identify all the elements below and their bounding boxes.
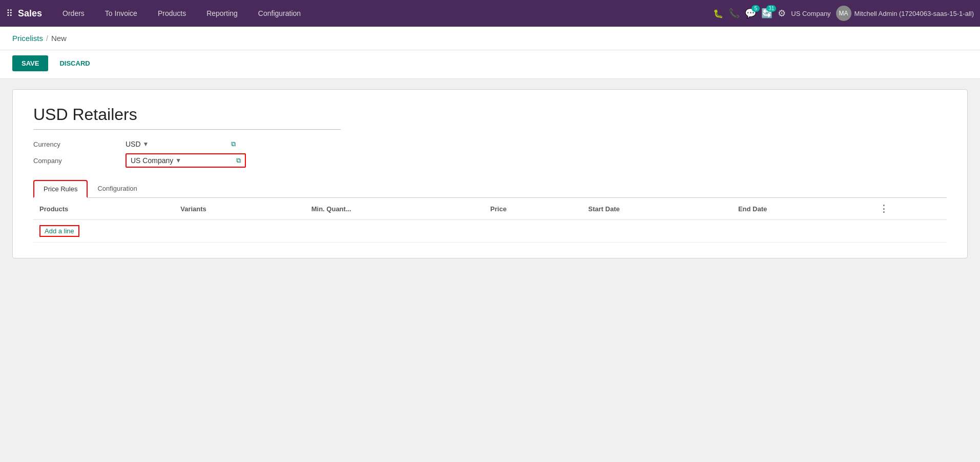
company-label: Company: [33, 157, 126, 165]
add-line-cell: Add a line: [33, 220, 947, 243]
brand-label[interactable]: Sales: [18, 8, 42, 19]
company-external-link[interactable]: ⧉: [236, 156, 241, 165]
topnav-menu: Orders To Invoice Products Reporting Con…: [52, 0, 713, 27]
col-header-price: Price: [484, 198, 582, 220]
add-line-box: Add a line: [39, 225, 79, 237]
col-header-products: Products: [33, 198, 174, 220]
activity-icon[interactable]: 🔄 31: [761, 8, 773, 19]
breadcrumb-current: New: [51, 34, 67, 43]
topnav: ⠿ Sales Orders To Invoice Products Repor…: [0, 0, 980, 27]
currency-value: USD: [126, 140, 141, 148]
nav-item-to-invoice[interactable]: To Invoice: [95, 0, 148, 27]
add-line-row: Add a line: [33, 220, 947, 243]
pricelist-title[interactable]: USD Retailers: [33, 105, 341, 130]
col-header-min-quant: Min. Quant...: [305, 198, 484, 220]
tab-configuration[interactable]: Configuration: [88, 180, 147, 198]
col-header-start-date: Start Date: [582, 198, 732, 220]
currency-row: Currency USD ▼ ⧉: [33, 140, 947, 148]
topnav-right: 🐛 📞 💬 5 🔄 31 ⚙ US Company MA Mitchell Ad…: [713, 6, 974, 21]
company-label[interactable]: US Company: [791, 10, 830, 17]
company-row: Company US Company ▼ ⧉: [33, 153, 947, 168]
tab-price-rules[interactable]: Price Rules: [33, 180, 88, 198]
company-value: US Company: [131, 156, 173, 165]
chat-icon[interactable]: 💬 5: [745, 8, 756, 19]
grid-icon[interactable]: ⠿: [6, 8, 13, 19]
user-menu[interactable]: MA Mitchell Admin (17204063-saas-15-1-al…: [836, 6, 974, 21]
activity-badge: 31: [766, 5, 776, 12]
col-header-variants: Variants: [174, 198, 305, 220]
add-line-button[interactable]: Add a line: [45, 227, 74, 235]
nav-item-products[interactable]: Products: [148, 0, 196, 27]
col-header-more: ⋮: [873, 198, 947, 220]
currency-field[interactable]: USD ▼: [126, 140, 228, 148]
tabs-header: Price Rules Configuration: [33, 180, 947, 198]
form-card: USD Retailers Currency USD ▼ ⧉ Company: [12, 89, 968, 258]
phone-icon[interactable]: 📞: [728, 8, 740, 19]
tabs-area: Price Rules Configuration Products Varia…: [33, 180, 947, 243]
save-button[interactable]: SAVE: [12, 55, 48, 71]
nav-item-reporting[interactable]: Reporting: [196, 0, 248, 27]
breadcrumb-parent[interactable]: Pricelists: [12, 34, 43, 43]
bug-icon[interactable]: 🐛: [713, 9, 723, 18]
price-rules-table: Products Variants Min. Quant... Price St…: [33, 198, 947, 243]
company-dropdown-arrow: ▼: [175, 157, 181, 164]
breadcrumb: Pricelists / New: [0, 27, 980, 50]
company-field-box: US Company ▼ ⧉: [126, 153, 246, 168]
chat-badge: 5: [752, 5, 760, 12]
breadcrumb-separator: /: [46, 34, 48, 43]
currency-label: Currency: [33, 140, 126, 148]
discard-button[interactable]: DISCARD: [54, 55, 95, 71]
table-more-icon[interactable]: ⋮: [879, 204, 888, 214]
company-field[interactable]: US Company ▼: [131, 156, 233, 165]
main-content: USD Retailers Currency USD ▼ ⧉ Company: [0, 79, 980, 462]
settings-icon[interactable]: ⚙: [778, 8, 786, 19]
user-name: Mitchell Admin (17204063-saas-15-1-all): [854, 10, 974, 17]
currency-value-wrapper: USD ▼ ⧉: [126, 140, 236, 148]
nav-item-orders[interactable]: Orders: [52, 0, 95, 27]
currency-dropdown-arrow: ▼: [143, 140, 149, 148]
action-bar: SAVE DISCARD: [0, 50, 980, 79]
currency-external-link[interactable]: ⧉: [231, 140, 236, 148]
nav-item-configuration[interactable]: Configuration: [248, 0, 311, 27]
avatar: MA: [836, 6, 851, 21]
form-fields: Currency USD ▼ ⧉ Company US Company ▼: [33, 140, 947, 168]
col-header-end-date: End Date: [732, 198, 873, 220]
